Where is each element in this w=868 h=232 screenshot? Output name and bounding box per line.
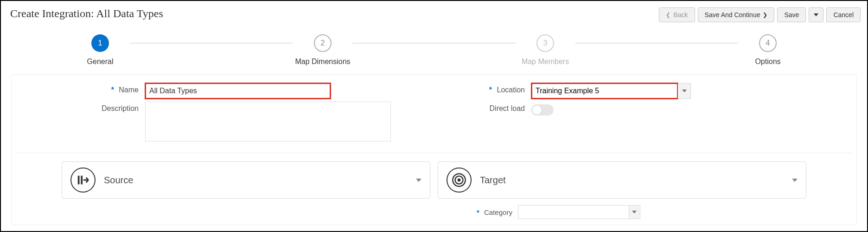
wizard-stepper: 1 General 2 Map Dimensions 3 Map Members… bbox=[72, 34, 796, 66]
direct-load-toggle[interactable] bbox=[531, 104, 554, 116]
name-label: * Name bbox=[15, 83, 145, 94]
divider bbox=[15, 153, 853, 153]
location-dropdown-button[interactable] bbox=[678, 83, 691, 99]
description-input[interactable] bbox=[145, 102, 391, 142]
chevron-right-icon: ❯ bbox=[763, 12, 767, 18]
step-connector bbox=[352, 43, 516, 44]
step-label: General bbox=[87, 58, 114, 66]
category-row: * Category bbox=[438, 199, 806, 219]
save-label: Save bbox=[784, 11, 799, 19]
source-card[interactable]: Source bbox=[62, 161, 430, 199]
caret-down-icon bbox=[814, 13, 818, 16]
cancel-label: Cancel bbox=[833, 11, 854, 19]
step-number: 4 bbox=[759, 34, 777, 52]
page-title: Create Integration: All Data Types bbox=[7, 7, 163, 20]
location-input[interactable] bbox=[531, 83, 678, 99]
card-col-source: Source bbox=[62, 161, 430, 219]
required-icon: * bbox=[477, 208, 479, 216]
svg-rect-1 bbox=[81, 176, 83, 185]
location-label: * Location bbox=[434, 83, 531, 94]
save-continue-label: Save And Continue bbox=[705, 11, 760, 19]
target-icon bbox=[447, 168, 472, 193]
step-label: Options bbox=[755, 58, 780, 66]
name-label-text: Name bbox=[119, 86, 139, 94]
form-col-left: * Name Description bbox=[15, 83, 434, 144]
category-input[interactable] bbox=[518, 205, 629, 219]
category-label-text: Category bbox=[484, 208, 512, 216]
category-label: * Category bbox=[477, 208, 512, 216]
form-block: * Name Description * Location bbox=[11, 74, 857, 225]
step-number: 1 bbox=[91, 34, 109, 52]
location-label-text: Location bbox=[497, 86, 525, 94]
back-button-label: Back bbox=[673, 11, 688, 19]
required-icon: * bbox=[111, 86, 114, 94]
step-number: 3 bbox=[536, 34, 554, 52]
header-row: Create Integration: All Data Types ❮ Bac… bbox=[7, 7, 861, 22]
svg-rect-0 bbox=[78, 176, 80, 185]
step-number: 2 bbox=[314, 34, 332, 52]
location-combo bbox=[531, 83, 691, 99]
save-button[interactable]: Save bbox=[777, 7, 806, 22]
name-input[interactable] bbox=[145, 83, 331, 99]
caret-down-icon bbox=[682, 90, 687, 92]
field-name: * Name bbox=[15, 83, 434, 99]
step-label: Map Members bbox=[522, 58, 569, 66]
category-combo bbox=[518, 205, 640, 219]
save-continue-button[interactable]: Save And Continue ❯ bbox=[698, 7, 775, 22]
category-dropdown-button[interactable] bbox=[629, 205, 640, 219]
svg-point-4 bbox=[458, 179, 461, 182]
chevron-left-icon: ❮ bbox=[666, 12, 670, 18]
form-row-top: * Name Description * Location bbox=[15, 83, 853, 144]
source-card-title: Source bbox=[104, 175, 408, 186]
cards-row: Source Target bbox=[15, 161, 853, 219]
step-label: Map Dimensions bbox=[295, 58, 350, 66]
field-location: * Location bbox=[434, 83, 853, 99]
caret-down-icon bbox=[792, 179, 798, 182]
description-label-text: Description bbox=[102, 104, 139, 112]
target-glyph-icon bbox=[451, 172, 467, 188]
step-map-dimensions[interactable]: 2 Map Dimensions bbox=[295, 34, 351, 66]
caret-down-icon bbox=[416, 179, 421, 182]
target-card-title: Target bbox=[480, 175, 784, 186]
caret-down-icon bbox=[632, 211, 637, 213]
toggle-knob bbox=[532, 105, 542, 115]
description-label: Description bbox=[15, 102, 145, 113]
direct-load-label-text: Direct load bbox=[490, 104, 525, 112]
app-frame: Create Integration: All Data Types ❮ Bac… bbox=[0, 0, 868, 232]
field-direct-load: Direct load bbox=[434, 102, 853, 116]
target-card[interactable]: Target bbox=[438, 161, 806, 199]
required-icon: * bbox=[489, 86, 492, 94]
step-connector bbox=[130, 43, 293, 44]
save-menu-button[interactable] bbox=[809, 7, 823, 22]
card-col-target: Target * Category bbox=[438, 161, 806, 219]
step-general[interactable]: 1 General bbox=[72, 34, 128, 66]
button-bar: ❮ Back Save And Continue ❯ Save Cancel bbox=[659, 7, 861, 22]
step-connector bbox=[575, 43, 738, 44]
cancel-button[interactable]: Cancel bbox=[826, 7, 861, 22]
source-icon bbox=[70, 168, 96, 193]
field-description: Description bbox=[15, 102, 434, 142]
source-glyph-icon bbox=[76, 173, 90, 187]
step-map-members[interactable]: 3 Map Members bbox=[517, 34, 573, 66]
back-button[interactable]: ❮ Back bbox=[659, 7, 695, 22]
step-options[interactable]: 4 Options bbox=[740, 34, 796, 66]
form-col-right: * Location Direct load bbox=[434, 83, 853, 144]
direct-load-label: Direct load bbox=[434, 102, 531, 113]
